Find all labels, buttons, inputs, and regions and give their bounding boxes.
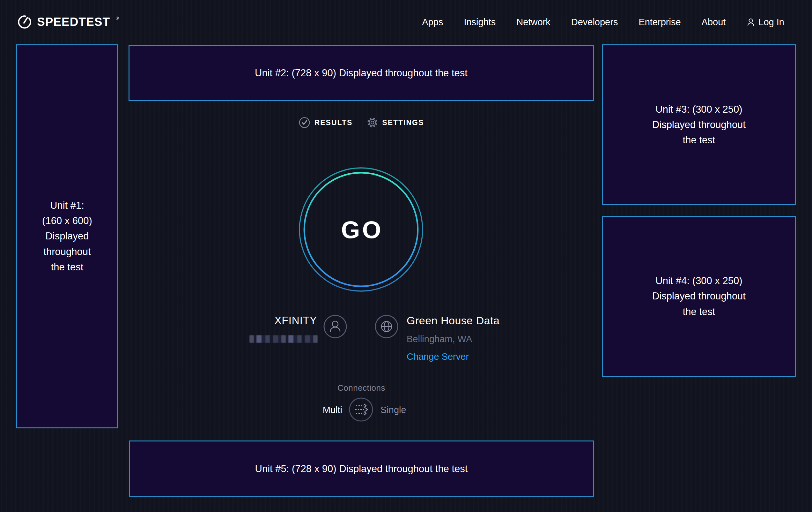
ad-unit-2: Unit #2: (728 x 90) Displayed throughout… — [128, 45, 594, 101]
server-name: Green House Data — [407, 315, 500, 326]
server-location: Bellingham, WA — [407, 334, 472, 344]
nav-enterprise[interactable]: Enterprise — [638, 17, 680, 27]
login-label: Log In — [758, 17, 784, 27]
nav-links: Apps Insights Network Developers Enterpr… — [422, 17, 784, 27]
change-server-link[interactable]: Change Server — [407, 352, 469, 361]
user-icon — [746, 18, 755, 26]
tab-results-label: RESULTS — [315, 118, 353, 127]
nav-insights[interactable]: Insights — [464, 17, 496, 27]
nav-apps[interactable]: Apps — [422, 17, 443, 27]
server-globe-icon — [375, 315, 398, 339]
go-label: GO — [339, 216, 383, 244]
tab-settings[interactable]: SETTINGS — [367, 117, 424, 128]
ad-unit-5: Unit #5: (728 x 90) Displayed throughout… — [129, 440, 594, 497]
gear-icon — [367, 117, 378, 128]
logo[interactable]: SPEEDTEST ® — [17, 15, 119, 29]
connections-label: Connections — [338, 384, 385, 392]
tabs: RESULTS SETTINGS — [299, 117, 424, 128]
go-button[interactable]: GO — [297, 166, 425, 293]
tab-results[interactable]: RESULTS — [299, 117, 353, 128]
nav-developers[interactable]: Developers — [571, 17, 618, 27]
logo-text: SPEEDTEST — [37, 15, 110, 29]
speedometer-icon — [17, 15, 32, 29]
ad-unit-1: Unit #1: (160 x 600) Displayed throughou… — [16, 44, 118, 428]
ad-unit-4: Unit #4: (300 x 250) Displayed throughou… — [602, 216, 796, 377]
nav-about[interactable]: About — [702, 17, 726, 27]
nav-network[interactable]: Network — [516, 17, 550, 27]
top-nav: SPEEDTEST ® Apps Insights Network Develo… — [0, 0, 812, 44]
connections-toggle[interactable] — [349, 397, 373, 422]
speedtest-page: SPEEDTEST ® Apps Insights Network Develo… — [0, 0, 812, 512]
tab-settings-label: SETTINGS — [382, 118, 424, 127]
check-circle-icon — [299, 117, 310, 128]
ad-unit-3: Unit #3: (300 x 250) Displayed throughou… — [602, 44, 796, 205]
logo-trademark: ® — [116, 16, 119, 21]
connections-multi-option[interactable]: Multi — [323, 405, 342, 415]
connections-single-option[interactable]: Single — [380, 405, 406, 415]
isp-ip-redacted — [250, 335, 318, 343]
isp-name: XFINITY — [274, 315, 317, 326]
login-button[interactable]: Log In — [746, 17, 784, 27]
isp-user-icon — [323, 315, 347, 339]
